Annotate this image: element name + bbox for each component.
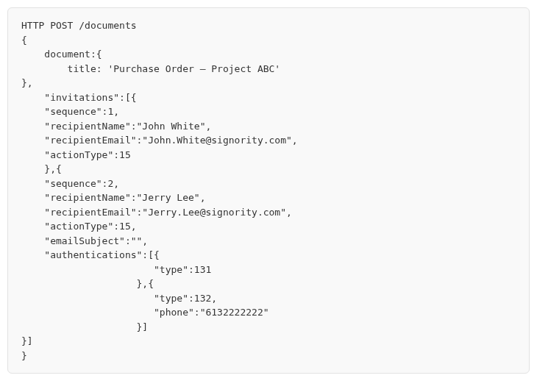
code-line: HTTP POST /documents (21, 18, 516, 33)
code-line: }] (21, 320, 516, 335)
code-line: },{ (21, 277, 516, 291)
code-line: "phone":"6132222222" (21, 305, 516, 320)
code-line: "actionType":15 (21, 148, 516, 163)
code-line: "actionType":15, (21, 219, 516, 234)
code-line: { (21, 33, 516, 48)
code-line: "recipientName":"John White", (21, 119, 516, 134)
code-line: }] (21, 334, 516, 349)
code-block: HTTP POST /documents{ document:{ title: … (7, 7, 530, 374)
code-line: }, (21, 76, 516, 90)
code-line: title: 'Purchase Order – Project ABC' (21, 62, 516, 76)
code-line: "sequence":2, (21, 177, 516, 191)
code-line: "emailSubject":"", (21, 234, 516, 249)
code-line: "type":132, (21, 291, 516, 306)
code-line: "authentications":[{ (21, 248, 516, 263)
code-line: document:{ (21, 47, 516, 62)
code-line: "type":131 (21, 263, 516, 277)
code-line: "recipientEmail":"John.White@signority.c… (21, 133, 516, 148)
code-line: "sequence":1, (21, 104, 516, 119)
code-line: "recipientEmail":"Jerry.Lee@signority.co… (21, 205, 516, 220)
code-line: },{ (21, 162, 516, 177)
code-line: "invitations":[{ (21, 90, 516, 105)
code-line: } (21, 349, 516, 363)
code-line: "recipientName":"Jerry Lee", (21, 190, 516, 205)
